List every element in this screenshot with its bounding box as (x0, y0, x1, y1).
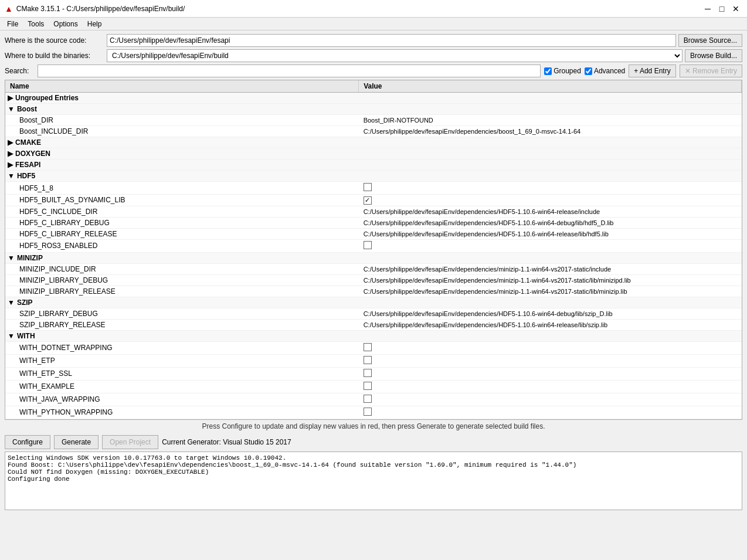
group-toggle-icon[interactable]: ▼ (8, 254, 15, 262)
group-toggle-icon[interactable]: ▼ (8, 298, 15, 307)
menu-tools[interactable]: Tools (23, 19, 49, 29)
table-row[interactable]: MINIZIP_LIBRARY_DEBUGC:/Users/philippe/d… (5, 274, 742, 286)
table-row[interactable]: MINIZIP_INCLUDE_DIRC:/Users/philippe/dev… (5, 263, 742, 274)
entry-value-cell[interactable] (359, 182, 742, 195)
table-row[interactable]: Boost_DIRBoost_DIR-NOTFOUND (5, 115, 742, 126)
table-row[interactable]: ▼Boost (5, 104, 742, 115)
group-toggle-icon[interactable]: ▶ (8, 138, 13, 147)
advanced-checkbox-label[interactable]: Advanced (585, 67, 625, 75)
entry-value-cell[interactable] (359, 393, 742, 406)
remove-entry-button[interactable]: ✕ Remove Entry (680, 65, 742, 77)
entry-name-cell: MINIZIP_INCLUDE_DIR (5, 263, 359, 274)
entry-name-cell: HDF5_C_INCLUDE_DIR (5, 206, 359, 217)
table-row[interactable]: ▼SZIP (5, 297, 742, 308)
menu-file[interactable]: File (2, 19, 23, 29)
table-row[interactable]: ▼WITH (5, 330, 742, 341)
advanced-checkbox[interactable] (585, 67, 592, 75)
search-input[interactable] (38, 65, 541, 77)
table-row[interactable]: ▶FESAPI (5, 159, 742, 171)
table-row[interactable]: WITH_EXAMPLE (5, 380, 742, 393)
table-row[interactable]: ▶Ungrouped Entries (5, 93, 742, 104)
table-row[interactable]: WITH_ETP_SSL (5, 367, 742, 380)
entry-checkbox[interactable] (364, 395, 372, 403)
minimize-button[interactable]: ─ (701, 2, 714, 15)
table-row[interactable]: ▼HDF5 (5, 171, 742, 182)
entry-name-cell: WITH_JAVA_WRAPPING (5, 393, 359, 406)
table-row[interactable]: HDF5_C_INCLUDE_DIRC:/Users/philippe/dev/… (5, 206, 742, 217)
table-row[interactable]: HDF5_BUILT_AS_DYNAMIC_LIB (5, 195, 742, 206)
entry-value-cell[interactable] (359, 406, 742, 419)
group-toggle-icon[interactable]: ▼ (8, 332, 15, 340)
table-row[interactable]: WITH_JAVA_WRAPPING (5, 393, 742, 406)
generate-button[interactable]: Generate (54, 435, 99, 449)
entry-value-cell[interactable] (359, 341, 742, 354)
build-label: Where to build the binaries: (5, 52, 104, 60)
open-project-button[interactable]: Open Project (102, 435, 158, 449)
grouped-checkbox-label[interactable]: Grouped (544, 67, 581, 75)
table-row[interactable]: SZIP_LIBRARY_DEBUGC:/Users/philippe/dev/… (5, 308, 742, 319)
entry-checkbox[interactable] (364, 356, 372, 364)
group-header-cell: ▼SZIP (5, 297, 742, 308)
table-row[interactable]: HDF5_ROS3_ENABLED (5, 239, 742, 252)
log-area[interactable]: Selecting Windows SDK version 10.0.17763… (5, 452, 742, 510)
titlebar-left: ▲ CMake 3.15.1 - C:/Users/philippe/dev/f… (5, 4, 185, 13)
table-row[interactable]: ▼MINIZIP (5, 252, 742, 263)
table-row[interactable]: Boost_INCLUDE_DIRC:/Users/philippe/dev/f… (5, 126, 742, 137)
configure-button[interactable]: Configure (5, 435, 50, 449)
table-row[interactable]: WITH_ETP (5, 354, 742, 367)
entry-name-cell: WITH_DOTNET_WRAPPING (5, 341, 359, 354)
group-header-cell: ▶DOXYGEN (5, 148, 742, 159)
entry-checkbox[interactable] (364, 241, 372, 249)
entry-checkbox[interactable] (364, 183, 372, 191)
entry-value-cell: C:/Users/philippe/dev/fesapiEnv/dependen… (359, 286, 742, 297)
group-toggle-icon[interactable]: ▶ (8, 150, 13, 158)
menu-help[interactable]: Help (83, 19, 107, 29)
maximize-button[interactable]: □ (715, 2, 728, 15)
grouped-checkbox[interactable] (544, 67, 552, 75)
titlebar-title: CMake 3.15.1 - C:/Users/philippe/dev/fes… (16, 5, 185, 13)
main-area: Where is the source code: Browse Source.… (0, 30, 747, 514)
table-row[interactable]: HDF5_1_8 (5, 182, 742, 195)
entry-name-cell: HDF5_1_8 (5, 182, 359, 195)
entry-name-cell: HDF5_BUILT_AS_DYNAMIC_LIB (5, 195, 359, 206)
menu-options[interactable]: Options (49, 19, 82, 29)
group-toggle-icon[interactable]: ▶ (8, 161, 13, 169)
add-entry-button[interactable]: + Add Entry (629, 65, 675, 77)
entry-value-cell[interactable] (359, 380, 742, 393)
browse-source-button[interactable]: Browse Source... (678, 34, 742, 47)
build-input[interactable]: C:/Users/philippe/dev/fesapiEnv/build (107, 49, 683, 62)
table-row[interactable]: SZIP_LIBRARY_RELEASEC:/Users/philippe/de… (5, 319, 742, 330)
entry-checkbox[interactable] (364, 408, 372, 416)
table-row[interactable]: HDF5_C_LIBRARY_RELEASEC:/Users/philippe/… (5, 228, 742, 239)
source-input[interactable] (107, 34, 676, 47)
entry-checkbox[interactable] (364, 369, 372, 377)
group-toggle-icon[interactable]: ▶ (8, 94, 13, 102)
col-value: Value (359, 80, 742, 93)
entry-value-cell[interactable] (359, 239, 742, 252)
close-button[interactable]: ✕ (729, 2, 742, 15)
table-row[interactable]: HDF5_C_LIBRARY_DEBUGC:/Users/philippe/de… (5, 217, 742, 228)
entry-checkbox[interactable] (364, 382, 372, 390)
entry-name-cell: Boost_INCLUDE_DIR (5, 126, 359, 137)
generator-label: Current Generator: Visual Studio 15 2017 (162, 438, 291, 446)
table-row[interactable]: MINIZIP_LIBRARY_RELEASEC:/Users/philippe… (5, 286, 742, 297)
table-row[interactable]: ▶DOXYGEN (5, 148, 742, 159)
entry-value-cell[interactable] (359, 367, 742, 380)
table-row[interactable]: ▶CMAKE (5, 137, 742, 148)
entry-name-cell: WITH_ETP (5, 354, 359, 367)
cmake-table: Name Value ▶Ungrouped Entries▼BoostBoost… (5, 80, 742, 420)
table-container[interactable]: Name Value ▶Ungrouped Entries▼BoostBoost… (5, 80, 742, 420)
table-row[interactable]: WITH_PYTHON_WRAPPING (5, 406, 742, 419)
entry-checkbox[interactable] (364, 196, 372, 205)
group-toggle-icon[interactable]: ▼ (8, 105, 15, 113)
group-toggle-icon[interactable]: ▼ (8, 172, 15, 180)
entry-value-cell: C:/Users/philippe/dev/fesapiEnv/dependen… (359, 308, 742, 319)
titlebar-controls: ─ □ ✕ (701, 2, 742, 15)
entry-value-cell[interactable] (359, 354, 742, 367)
entry-checkbox[interactable] (364, 343, 372, 351)
table-row[interactable]: WITH_DOTNET_WRAPPING (5, 341, 742, 354)
entry-name-cell: Boost_DIR (5, 115, 359, 126)
entry-value-cell[interactable] (359, 195, 742, 206)
grouped-label: Grouped (554, 67, 581, 75)
browse-build-button[interactable]: Browse Build... (685, 49, 742, 62)
